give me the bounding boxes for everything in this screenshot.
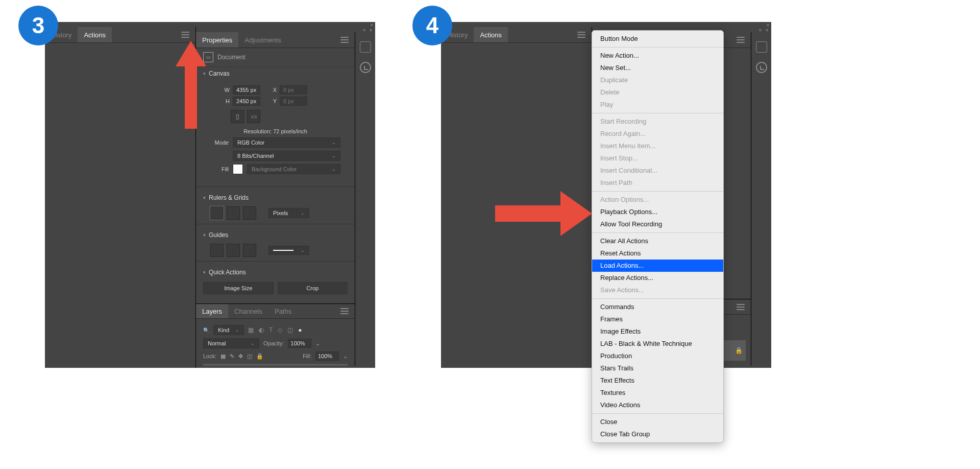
height-field[interactable]: [233, 97, 260, 106]
guide-btn-1[interactable]: [210, 244, 224, 257]
layer-kind-select[interactable]: Kind⌄: [213, 325, 244, 335]
menu-item[interactable]: Image Effects: [592, 325, 723, 338]
step-badge-3: 3: [18, 6, 58, 45]
quick-actions-section[interactable]: ▾Quick Actions: [196, 266, 355, 279]
menu-item[interactable]: Replace Actions...: [592, 272, 723, 284]
opacity-label: Opacity:: [263, 340, 284, 346]
chevron-icon[interactable]: ‹‹: [766, 27, 767, 32]
opacity-field[interactable]: [288, 339, 311, 348]
pixel-grid-button[interactable]: [243, 206, 256, 220]
menu-item[interactable]: Frames: [592, 313, 723, 325]
screenshot-step-3: » History Actions »‹‹ Properties Adjustm…: [45, 22, 375, 368]
menu-item[interactable]: Close Tab Group: [592, 428, 723, 440]
crop-button[interactable]: Crop: [278, 282, 348, 294]
fill-select[interactable]: Background Color⌄: [247, 164, 340, 174]
tab-actions[interactable]: Actions: [474, 27, 508, 42]
chevron-icon[interactable]: »: [370, 22, 372, 27]
properties-header: ▭ Document: [196, 48, 355, 67]
document-label: Document: [217, 54, 246, 61]
chevron-down-icon: ⌄: [332, 167, 336, 172]
layers-flyout-button[interactable]: [730, 299, 751, 314]
actions-flyout-menu-button[interactable]: [571, 27, 592, 42]
orientation-landscape-button[interactable]: ▭: [247, 110, 260, 123]
mode-select[interactable]: RGB Color⌄: [233, 137, 340, 148]
menu-item[interactable]: Production: [592, 350, 723, 362]
fill-label: Fill: [210, 166, 229, 172]
history-icon[interactable]: [360, 62, 371, 73]
tab-adjustments[interactable]: Adjustments: [238, 32, 287, 48]
x-field[interactable]: [280, 85, 307, 95]
menu-item[interactable]: New Action...: [592, 50, 723, 62]
lock-artboard-icon[interactable]: ◫: [247, 353, 252, 360]
ruler-button[interactable]: [210, 206, 224, 220]
menu-item[interactable]: LAB - Black & White Technique: [592, 338, 723, 350]
guide-btn-2[interactable]: [227, 244, 240, 257]
menu-item[interactable]: Playback Options...: [592, 206, 723, 218]
lock-position-icon[interactable]: ✥: [238, 353, 243, 360]
guide-btn-3[interactable]: [243, 244, 256, 257]
menu-item[interactable]: Reset Actions: [592, 247, 723, 260]
layer-row-background[interactable]: ◉ Background 🔒: [203, 364, 348, 366]
guides-section[interactable]: ▾Guides: [196, 228, 355, 242]
lock-all-icon[interactable]: 🔒: [256, 353, 263, 360]
menu-item[interactable]: Load Actions...: [592, 260, 723, 272]
layers-flyout-button[interactable]: [334, 304, 355, 318]
rulers-unit-select[interactable]: Pixels⌄: [268, 208, 309, 218]
annotation-arrow-right: [495, 191, 592, 236]
layer-fill-field[interactable]: [315, 351, 339, 361]
menu-item: Insert Conditional...: [592, 165, 723, 177]
menu-item[interactable]: Button Mode: [592, 33, 723, 45]
lock-brush-icon[interactable]: ✎: [230, 353, 234, 360]
tab-actions[interactable]: Actions: [78, 27, 112, 42]
tab-layers[interactable]: Layers: [196, 304, 228, 318]
menu-item[interactable]: Video Actions: [592, 399, 723, 411]
tab-paths[interactable]: Paths: [268, 304, 298, 318]
properties-flyout-button[interactable]: [334, 32, 355, 48]
svg-marker-0: [176, 41, 206, 129]
chevron-icon[interactable]: »: [759, 27, 761, 32]
orientation-portrait-button[interactable]: ▯: [231, 110, 244, 123]
canvas-section[interactable]: ▾Canvas: [196, 67, 355, 80]
history-icon[interactable]: [756, 62, 767, 73]
chevron-icon[interactable]: »: [363, 27, 365, 32]
menu-item[interactable]: Stars Trails: [592, 362, 723, 374]
width-label: W: [223, 87, 230, 93]
rulers-section[interactable]: ▾Rulers & Grids: [196, 191, 355, 204]
lock-pixels-icon[interactable]: ▦: [220, 353, 226, 360]
menu-separator: [592, 191, 723, 192]
chevron-icon[interactable]: »: [766, 22, 768, 27]
blend-mode-select[interactable]: Normal⌄: [203, 338, 259, 348]
grid-button[interactable]: [227, 206, 240, 220]
step-number: 4: [426, 13, 438, 38]
menu-item[interactable]: Allow Tool Recording: [592, 218, 723, 230]
libraries-icon[interactable]: [360, 41, 371, 53]
tab-channels[interactable]: Channels: [228, 304, 268, 318]
chevron-icon[interactable]: ‹‹: [370, 27, 371, 32]
libraries-icon[interactable]: [756, 41, 767, 53]
properties-flyout-button[interactable]: [730, 32, 751, 48]
menu-item: Insert Menu Item...: [592, 140, 723, 152]
chevron-down-icon: ▾: [203, 195, 206, 200]
image-size-button[interactable]: Image Size: [203, 282, 274, 294]
fill-swatch[interactable]: [233, 164, 243, 174]
menu-item[interactable]: Text Effects: [592, 374, 723, 387]
menu-item[interactable]: Clear All Actions: [592, 235, 723, 247]
menu-item[interactable]: Close: [592, 416, 723, 428]
menu-separator: [592, 47, 723, 48]
menu-item[interactable]: Commands: [592, 301, 723, 313]
width-field[interactable]: [233, 85, 260, 95]
bits-select[interactable]: 8 Bits/Channel⌄: [233, 151, 340, 161]
lock-label: Lock:: [203, 353, 216, 359]
layer-fill-label: Fill:: [303, 353, 311, 359]
side-icon-strip: [355, 32, 375, 366]
actions-flyout-menu-button[interactable]: [175, 27, 195, 42]
menu-item: Save Actions...: [592, 284, 723, 296]
guide-color-select[interactable]: ⌄: [268, 246, 309, 255]
y-field[interactable]: [280, 97, 307, 106]
actions-panel-body: [45, 43, 195, 368]
menu-item[interactable]: Textures: [592, 387, 723, 399]
resolution-text: Resolution: 72 pixels/inch: [203, 128, 348, 134]
layer-filter-icons[interactable]: ▦◐T◇◫●: [248, 326, 302, 334]
menu-separator: [592, 298, 723, 299]
menu-item[interactable]: New Set...: [592, 62, 723, 74]
